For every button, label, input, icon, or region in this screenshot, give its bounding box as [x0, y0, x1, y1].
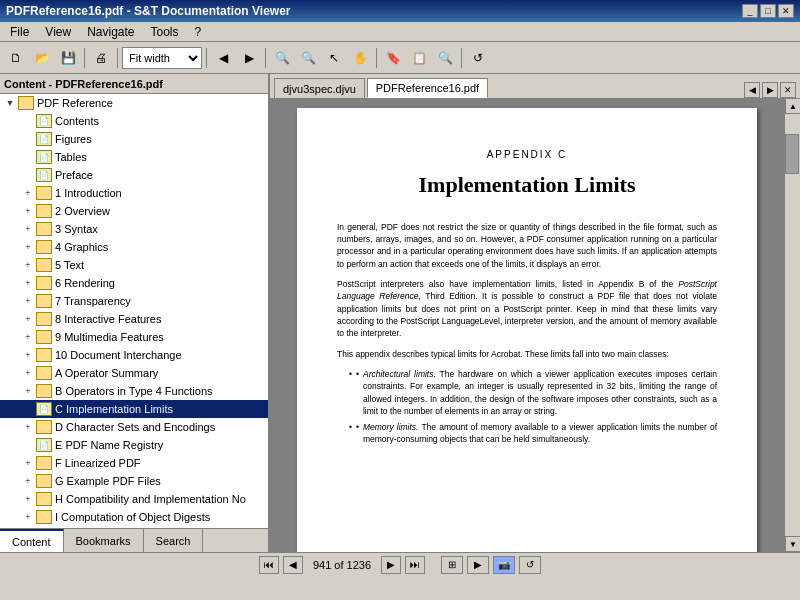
- tree-item-appE[interactable]: 📄 E PDF Name Registry: [0, 436, 268, 454]
- prev-button[interactable]: ◀: [211, 46, 235, 70]
- tree-item-appH[interactable]: + H Compatibility and Implementation No: [0, 490, 268, 508]
- tree-item-appC[interactable]: 📄 C Implementation Limits: [0, 400, 268, 418]
- status-icon-2[interactable]: ▶: [467, 556, 489, 574]
- root-expander[interactable]: ▼: [2, 95, 18, 111]
- tree-item-ch2[interactable]: + 2 Overview: [0, 202, 268, 220]
- tree-root[interactable]: ▼ PDF Reference: [0, 94, 268, 112]
- tree-item-appB[interactable]: + B Operators in Type 4 Functions: [0, 382, 268, 400]
- minimize-button[interactable]: _: [742, 4, 758, 18]
- menu-view[interactable]: View: [39, 23, 77, 41]
- ch1-expander[interactable]: +: [20, 185, 36, 201]
- ch2-folder-icon: [36, 204, 52, 218]
- tab-prev-button[interactable]: ◀: [744, 82, 760, 98]
- pdf-appendix-label: APPENDIX C: [337, 148, 717, 162]
- tree-item-ch1[interactable]: + 1 Introduction: [0, 184, 268, 202]
- next-button[interactable]: ▶: [237, 46, 261, 70]
- copy-button[interactable]: 📋: [407, 46, 431, 70]
- tree-item-ch3[interactable]: + 3 Syntax: [0, 220, 268, 238]
- tab-pdf[interactable]: PDFReference16.pdf: [367, 78, 488, 98]
- close-button[interactable]: ✕: [778, 4, 794, 18]
- appH-label: H Compatibility and Implementation No: [55, 493, 246, 505]
- appH-expander[interactable]: +: [20, 491, 36, 507]
- tree-item-tables[interactable]: 📄 Tables: [0, 148, 268, 166]
- refresh-button[interactable]: ↺: [466, 46, 490, 70]
- tree-item-appD[interactable]: + D Character Sets and Encodings: [0, 418, 268, 436]
- scroll-track[interactable]: [785, 114, 800, 536]
- ch7-expander[interactable]: +: [20, 293, 36, 309]
- prev-page-button[interactable]: ◀: [283, 556, 303, 574]
- tab-search[interactable]: Search: [144, 529, 204, 552]
- tab-djvu[interactable]: djvu3spec.djvu: [274, 78, 365, 98]
- tree-item-appG[interactable]: + G Example PDF Files: [0, 472, 268, 490]
- content-area: Content - PDFReference16.pdf ▼ PDF Refer…: [0, 74, 800, 552]
- tab-close-button[interactable]: ✕: [780, 82, 796, 98]
- tab-content[interactable]: Content: [0, 529, 64, 552]
- pdf-scroll-area[interactable]: APPENDIX C Implementation Limits In gene…: [270, 98, 784, 552]
- tree-item-appF[interactable]: + F Linearized PDF: [0, 454, 268, 472]
- ch3-expander[interactable]: +: [20, 221, 36, 237]
- pdf-vscroll[interactable]: ▲ ▼: [784, 98, 800, 552]
- appE-icon: 📄: [36, 438, 52, 452]
- tree-item-ch8[interactable]: + 8 Interactive Features: [0, 310, 268, 328]
- ch6-label: 6 Rendering: [55, 277, 115, 289]
- status-icon-1[interactable]: ⊞: [441, 556, 463, 574]
- tree-item-contents[interactable]: 📄 Contents: [0, 112, 268, 130]
- first-page-button[interactable]: ⏮: [259, 556, 279, 574]
- zoom-in-button[interactable]: 🔍: [296, 46, 320, 70]
- save-button[interactable]: 💾: [56, 46, 80, 70]
- menu-help[interactable]: ?: [189, 23, 208, 41]
- contents-label: Contents: [55, 115, 99, 127]
- panel-header: Content - PDFReference16.pdf: [0, 74, 268, 94]
- zoom-select[interactable]: Fit width Fit page 50% 75% 100% 125% 150…: [122, 47, 202, 69]
- tree-item-ch10[interactable]: + 10 Document Interchange: [0, 346, 268, 364]
- tree-item-ch5[interactable]: + 5 Text: [0, 256, 268, 274]
- menu-file[interactable]: File: [4, 23, 35, 41]
- menu-navigate[interactable]: Navigate: [81, 23, 140, 41]
- scroll-up-button[interactable]: ▲: [785, 98, 800, 114]
- appA-expander[interactable]: +: [20, 365, 36, 381]
- appG-expander[interactable]: +: [20, 473, 36, 489]
- status-icon-4[interactable]: ↺: [519, 556, 541, 574]
- ch8-expander[interactable]: +: [20, 311, 36, 327]
- maximize-button[interactable]: □: [760, 4, 776, 18]
- figures-expander: [20, 131, 36, 147]
- ch6-expander[interactable]: +: [20, 275, 36, 291]
- appI-expander[interactable]: +: [20, 509, 36, 525]
- tree-item-ch7[interactable]: + 7 Transparency: [0, 292, 268, 310]
- appB-expander[interactable]: +: [20, 383, 36, 399]
- appF-expander[interactable]: +: [20, 455, 36, 471]
- ch5-expander[interactable]: +: [20, 257, 36, 273]
- scroll-thumb[interactable]: [785, 134, 799, 174]
- tree-item-preface[interactable]: 📄 Preface: [0, 166, 268, 184]
- ch4-expander[interactable]: +: [20, 239, 36, 255]
- bookmark-button[interactable]: 🔖: [381, 46, 405, 70]
- last-page-button[interactable]: ⏭: [405, 556, 425, 574]
- ch2-expander[interactable]: +: [20, 203, 36, 219]
- next-page-button[interactable]: ▶: [381, 556, 401, 574]
- find-button[interactable]: 🔍: [433, 46, 457, 70]
- tree-item-figures[interactable]: 📄 Figures: [0, 130, 268, 148]
- pdf-bullets: • Architectural limits. The hardware on …: [337, 368, 717, 446]
- menu-tools[interactable]: Tools: [145, 23, 185, 41]
- tree-item-appI[interactable]: + I Computation of Object Digests: [0, 508, 268, 526]
- tree-view[interactable]: ▼ PDF Reference 📄 Contents 📄 Figures: [0, 94, 268, 528]
- ch10-expander[interactable]: +: [20, 347, 36, 363]
- ch9-expander[interactable]: +: [20, 329, 36, 345]
- zoom-out-button[interactable]: 🔍: [270, 46, 294, 70]
- scroll-down-button[interactable]: ▼: [785, 536, 800, 552]
- tree-item-ch4[interactable]: + 4 Graphics: [0, 238, 268, 256]
- tab-next-button[interactable]: ▶: [762, 82, 778, 98]
- print-button[interactable]: 🖨: [89, 46, 113, 70]
- open-button[interactable]: 📂: [30, 46, 54, 70]
- select-button[interactable]: ↖: [322, 46, 346, 70]
- tree-item-appA[interactable]: + A Operator Summary: [0, 364, 268, 382]
- tree-item-ch9[interactable]: + 9 Multimedia Features: [0, 328, 268, 346]
- bullet2-text: Memory limits. The amount of memory avai…: [363, 421, 717, 446]
- tab-bookmarks[interactable]: Bookmarks: [64, 529, 144, 552]
- appD-expander[interactable]: +: [20, 419, 36, 435]
- hand-button[interactable]: ✋: [348, 46, 372, 70]
- status-icon-3[interactable]: 📷: [493, 556, 515, 574]
- new-button[interactable]: 🗋: [4, 46, 28, 70]
- tree-item-ch6[interactable]: + 6 Rendering: [0, 274, 268, 292]
- pdf-bullet1: • Architectural limits. The hardware on …: [349, 368, 717, 417]
